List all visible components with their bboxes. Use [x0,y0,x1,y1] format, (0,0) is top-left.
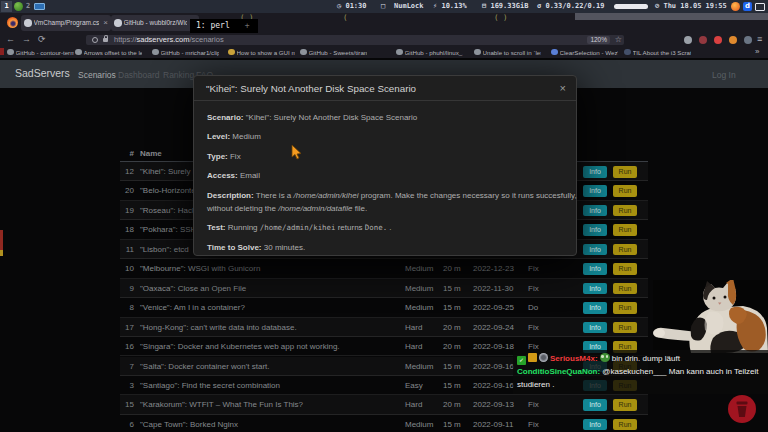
tab-close-icon[interactable]: × [103,15,108,31]
tray-firefox-icon[interactable] [731,2,740,11]
stream-deck-button[interactable] [728,395,756,423]
bookmark-item[interactable]: GitHub - Sweets/tiram… [300,46,367,58]
bookmark-favicon [152,49,159,56]
run-button[interactable]: Run [613,302,637,314]
meter-pill [614,4,648,9]
info-button[interactable]: Info [583,419,607,431]
firefox-icon[interactable] [7,17,18,28]
info-button[interactable]: Info [583,166,607,178]
bookmark-item[interactable]: Unable to scroll in `les… [474,46,541,58]
forward-button[interactable]: → [22,33,31,46]
bookmarks-bar: GitHub - contour-term… Arrows offset to … [0,46,768,58]
table-row: 17 "Hong-Kong": can't write data into da… [120,318,648,337]
datetime-indicator: ⊘ Thu 18.05 19:55 [655,0,727,13]
modal-close-icon[interactable]: × [560,76,566,101]
tray-display-icon[interactable] [755,3,765,11]
clock-icon: ⊘ [655,2,659,10]
background-window-strip [575,12,768,20]
workspace-2-button[interactable]: 2 [26,0,30,13]
extension-icon-1[interactable] [684,36,692,44]
nav-dashboard[interactable]: Dashboard [118,70,160,80]
subscriber-badge-icon [528,353,537,362]
tmux-window-title[interactable]: 1: perl+ [190,19,258,33]
bookmark-favicon [551,49,558,56]
info-button[interactable]: Info [583,283,607,295]
zoom-level-badge[interactable]: 120% [587,36,610,44]
bookmark-favicon [75,49,82,56]
reload-button[interactable]: ⟳ [38,33,46,46]
chat-message: ConditioSineQuaNon: @kasekuchen___ Man k… [517,365,766,391]
window-icon: □ [381,0,385,13]
bookmark-item[interactable]: GitHub - phuhl/linux_… [396,46,463,58]
bookmark-favicon [396,49,403,56]
scenario-modal: "Kihei": Surely Not Another Disk Space S… [193,75,577,256]
numlock-indicator: NumLock [394,0,424,13]
run-button[interactable]: Run [613,399,637,411]
browser-tab-1[interactable]: VmChamp/Program.cs a × [21,15,111,31]
site-brand[interactable]: SadServers [15,67,70,79]
lock-icon [103,38,108,42]
extension-icon-4[interactable] [729,36,737,44]
extension-icon-5[interactable] [744,36,752,44]
back-button[interactable]: ← [6,33,15,46]
table-row: 10 "Melbourne": WSGI with Gunicorn Mediu… [120,259,648,278]
info-button[interactable]: Info [583,205,607,217]
cup-icon [728,395,756,423]
moderator-badge-icon: ✓ [517,356,526,365]
extension-icon-3[interactable] [714,36,722,44]
nav-scenarios[interactable]: Scenarios [78,70,116,80]
run-button[interactable]: Run [613,205,637,217]
info-button[interactable]: Info [583,302,607,314]
chat-badge-icon [539,353,548,362]
bookmark-item[interactable]: Arrows offset to the le… [75,46,142,58]
info-button[interactable]: Info [583,263,607,275]
cat-webcam [653,280,768,353]
info-button[interactable]: Info [583,224,607,236]
github-favicon [114,19,122,27]
browser-tab-2[interactable]: GitHub - wubbl0rz/Wide × [111,15,199,31]
run-button[interactable]: Run [613,283,637,295]
bookmark-item[interactable]: How to show a GUI me… [228,46,295,58]
bookmark-favicon [624,49,631,56]
bookmark-item[interactable]: TIL About the i3 Scratc… [624,46,691,58]
terminal-art: ( [343,13,348,22]
run-button[interactable]: Run [613,166,637,178]
run-button[interactable]: Run [613,322,637,334]
login-link[interactable]: Log In [712,70,736,80]
uptime-indicator: ◷ 01:30 [337,0,367,13]
url-bar[interactable]: https://sadservers.com/scenarios 120% ☆ [86,35,624,45]
workspace-1-button[interactable]: 1 [1,1,12,12]
shield-icon[interactable] [92,37,98,43]
info-button[interactable]: Info [583,185,607,197]
disk-icon: ⊟ [482,2,486,10]
bookmark-star-icon[interactable]: ☆ [615,35,622,45]
extension-icon-2[interactable] [699,36,707,44]
info-button[interactable]: Info [583,322,607,334]
menu-icon[interactable]: ≡ [757,33,762,46]
chat-message: ✓SeriousM4x: bin drin. dump läuft [517,352,766,365]
stream-chat-overlay: ✓SeriousM4x: bin drin. dump läuft Condit… [513,350,768,394]
tray-docker-icon[interactable]: d [743,2,752,11]
bookmark-item[interactable]: GitHub - mrichar1/clip… [152,46,219,58]
github-favicon [24,19,32,27]
terminal-art: ( ) [494,13,508,22]
run-button[interactable]: Run [613,185,637,197]
mouse-cursor [291,145,302,161]
run-button[interactable]: Run [613,224,637,236]
bookmark-item[interactable]: ClearSelection - Wez's… [551,46,618,58]
info-button[interactable]: Info [583,399,607,411]
modal-body: Scenario: "Kihei": Surely Not Another Di… [207,111,565,260]
run-button[interactable]: Run [613,263,637,275]
cpu-indicator: ⚡ 10.13% [433,0,467,13]
bookmark-item[interactable]: GitHub - contour-term… [7,46,74,58]
app-icon-green[interactable] [14,2,23,11]
bookmarks-overflow-chevron[interactable]: » [755,46,759,58]
table-row: 6 "Cape Town": Borked Nginx Medium 15 m … [120,415,648,432]
info-button[interactable]: Info [583,244,607,256]
modal-header: "Kihei": Surely Not Another Disk Space S… [194,76,576,101]
run-button[interactable]: Run [613,419,637,431]
bookmark-favicon [7,49,14,56]
run-button[interactable]: Run [613,244,637,256]
nav-ranking[interactable]: Ranking [163,70,194,80]
load-indicator: σ 0.33/0.22/0.19 [537,0,604,13]
